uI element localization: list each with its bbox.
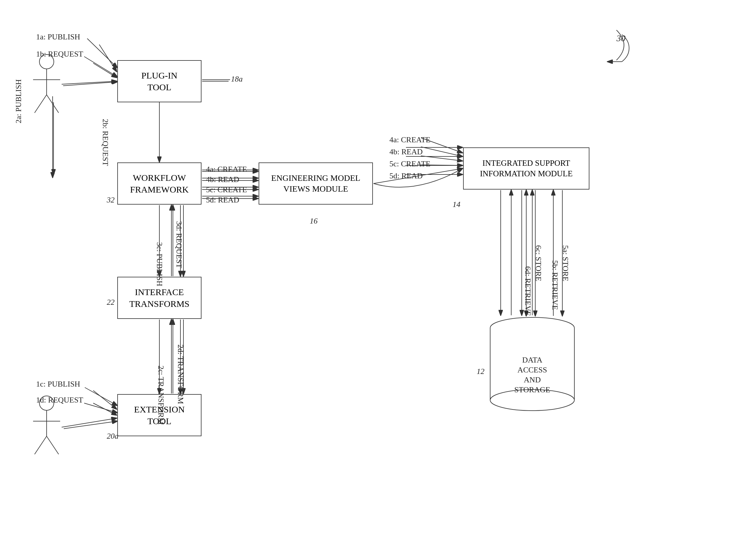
label-6d-retrieve: 6d: RETRIEVE	[523, 266, 532, 316]
label-5a-store: 5a: STORE	[561, 245, 570, 281]
ref-20a: 20a	[107, 432, 119, 441]
label-4a-create-left: 4a: CREATE	[206, 165, 247, 174]
workflow-framework-label: WORKFLOW FRAMEWORK	[130, 172, 188, 195]
label-4a-create-right: 4a: CREATE	[389, 135, 431, 144]
svg-line-73	[421, 147, 463, 156]
engineering-model-label: ENGINEERING MODEL VIEWS MODULE	[271, 173, 360, 195]
ref-30: 30	[616, 33, 625, 43]
svg-text:ACCESS: ACCESS	[517, 365, 547, 374]
integrated-support-label: INTEGRATED SUPPORT INFORMATION MODULE	[480, 158, 573, 179]
label-4b-read-right: 4b: READ	[389, 147, 423, 156]
plugin-tool-label: PLUG-IN TOOL	[141, 69, 177, 93]
label-2a-publish: 2a: PUBLISH	[14, 79, 23, 123]
ref-14: 14	[453, 200, 460, 209]
svg-line-44	[35, 95, 47, 113]
svg-line-19	[93, 403, 117, 415]
ref-12: 12	[477, 367, 485, 376]
interface-transforms-label: INTERFACE TRANSFORMS	[129, 286, 189, 310]
svg-text:AND: AND	[524, 375, 541, 384]
label-3c-publish: 3c: PUBLISH	[155, 242, 164, 286]
label-6c-store: 6c: STORE	[534, 245, 543, 281]
label-5d-read-left: 5d: READ	[206, 196, 239, 204]
svg-line-20	[62, 418, 117, 427]
label-2b-request: 2b: REQUEST	[101, 119, 110, 166]
svg-line-18	[93, 390, 117, 409]
svg-line-54	[84, 57, 117, 77]
label-1b-request: 1b: REQUEST	[36, 50, 83, 59]
svg-line-65	[84, 403, 117, 413]
svg-line-4	[62, 81, 117, 84]
label-5c-create-right: 5c: CREATE	[389, 160, 431, 169]
svg-line-2	[99, 45, 117, 71]
integrated-support-box: INTEGRATED SUPPORT INFORMATION MODULE	[463, 147, 590, 190]
svg-text:STORAGE: STORAGE	[514, 385, 550, 394]
label-5b-retrieve: 5b: RETRIEVE	[550, 260, 559, 310]
label-2c-transform: 2c: TRANSFORM	[157, 365, 165, 425]
label-5c-create-left: 5c: CREATE	[206, 185, 247, 194]
svg-line-3	[93, 63, 117, 77]
svg-line-45	[47, 95, 58, 113]
label-1d-request: 1d: REQUEST	[36, 396, 83, 405]
label-3d-request: 3d: REQUEST	[174, 221, 183, 268]
ref-22: 22	[107, 298, 115, 307]
engineering-model-box: ENGINEERING MODEL VIEWS MODULE	[259, 163, 373, 204]
svg-line-53	[87, 39, 117, 68]
label-2d-transform: 2d: TRANSFORM	[176, 344, 185, 404]
plugin-tool-box: PLUG-IN TOOL	[117, 60, 201, 102]
ref-16: 16	[310, 216, 318, 226]
label-1a-publish: 1a: PUBLISH	[36, 33, 80, 42]
label-5d-read-right: 5d: READ	[389, 172, 423, 181]
label-4b-read-left: 4b: READ	[206, 175, 239, 184]
svg-line-64	[85, 387, 117, 406]
ref-18a: 18a	[231, 74, 243, 84]
ref-32: 32	[107, 196, 115, 204]
svg-line-49	[35, 436, 47, 454]
label-1c-publish: 1c: PUBLISH	[36, 380, 80, 389]
data-storage-cylinder: DATA ACCESS AND STORAGE	[487, 316, 577, 412]
svg-text:DATA: DATA	[522, 355, 542, 364]
workflow-framework-box: WORKFLOW FRAMEWORK	[117, 163, 201, 204]
svg-line-55	[63, 82, 117, 86]
stick-figure-top	[30, 53, 63, 120]
svg-line-50	[47, 436, 58, 454]
svg-line-66	[64, 421, 117, 429]
